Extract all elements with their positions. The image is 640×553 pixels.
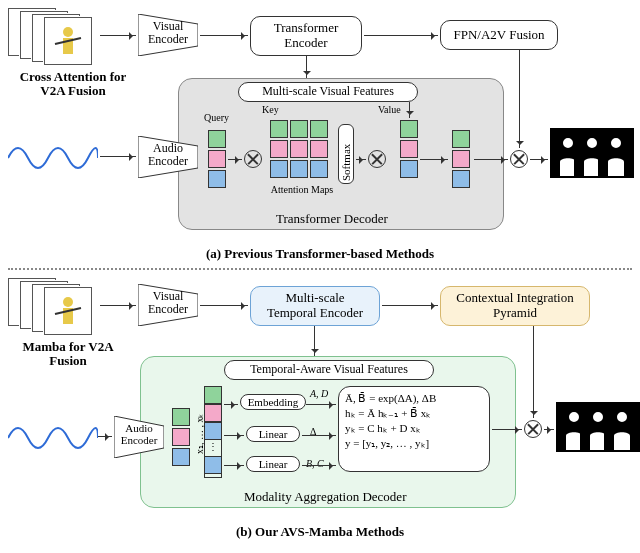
otimes-icon: [510, 150, 528, 168]
arrow-icon: [364, 35, 438, 36]
audio-waveform-a: [8, 138, 98, 178]
audio-encoder-b: AudioEncoder: [114, 416, 164, 458]
mask-output: [604, 402, 640, 452]
fusion-label-b: Mamba for V2AFusion: [8, 340, 128, 369]
bc-label: B, C: [306, 458, 324, 469]
decoder-label-a: Transformer Decoder: [276, 212, 388, 226]
fpn-fusion: FPN/A2V Fusion: [440, 20, 558, 50]
temporal-encoder: Multi-scaleTemporal Encoder: [250, 286, 380, 326]
otimes-icon: [244, 150, 262, 168]
token: [172, 408, 190, 426]
arrow-icon: [224, 465, 244, 466]
token: [290, 160, 308, 178]
arrow-icon: [200, 35, 248, 36]
token: [400, 140, 418, 158]
token: [270, 160, 288, 178]
arrow-icon: [409, 102, 410, 118]
arrow-icon: [98, 436, 112, 437]
token: [452, 170, 470, 188]
arrow-icon: [228, 159, 242, 160]
token: [208, 150, 226, 168]
visual-encoder-b: VisualEncoder: [138, 284, 198, 326]
token: [310, 140, 328, 158]
key-label: Key: [262, 104, 279, 115]
visual-encoder-a: VisualEncoder: [138, 14, 198, 56]
sequence-label: x₁, … , xₖ: [194, 392, 205, 476]
eq-line-1: Ā, B̄ = exp(ΔA), ΔB: [345, 391, 483, 406]
arrow-icon: [306, 56, 307, 78]
svg-point-0: [63, 27, 73, 37]
arrow-icon: [530, 159, 548, 160]
arrow-icon: [302, 465, 336, 466]
token: [172, 448, 190, 466]
arrow-icon: [356, 159, 366, 160]
arrow-icon: [420, 159, 448, 160]
audio-encoder-label-b: AudioEncoder: [114, 422, 164, 446]
arrow-icon: [519, 50, 520, 148]
token: [208, 130, 226, 148]
audio-waveform-b: [8, 418, 98, 458]
arrow-icon: [100, 305, 136, 306]
arrow-icon: [100, 35, 136, 36]
mask-output: [598, 128, 634, 178]
sequence-column: ⋮: [204, 386, 222, 478]
multiscale-features: Multi-scale Visual Features: [238, 82, 418, 102]
audio-encoder-a: AudioEncoder: [138, 136, 198, 178]
panel-a: Cross Attention forV2A Fusion VisualEnco…: [8, 8, 632, 264]
fusion-label-a: Cross Attention forV2A Fusion: [8, 70, 138, 99]
token: [290, 140, 308, 158]
token: [208, 170, 226, 188]
token: [172, 428, 190, 446]
separator: [8, 268, 632, 270]
token: [310, 160, 328, 178]
query-label: Query: [204, 112, 229, 123]
svg-point-8: [63, 297, 73, 307]
visual-encoder-label-a: VisualEncoder: [138, 20, 198, 46]
caption-a: (a) Previous Transformer-based Methods: [8, 246, 632, 262]
transformer-encoder: TransformerEncoder: [250, 16, 362, 56]
arrow-icon: [224, 435, 244, 436]
arrow-icon: [314, 326, 315, 356]
attention-maps-label: Attention Maps: [262, 184, 342, 195]
decoder-label-b: Modality Aggregation Decoder: [244, 490, 406, 504]
token: [270, 140, 288, 158]
contextual-integration-pyramid: Contextual IntegrationPyramid: [440, 286, 590, 326]
arrow-icon: [200, 305, 248, 306]
eq-line-4: y = [y₁, y₂, … , yₖ]: [345, 436, 483, 451]
arrow-icon: [492, 429, 522, 430]
token: [310, 120, 328, 138]
token: [452, 130, 470, 148]
ad-label: A, D: [310, 388, 328, 399]
linear-box-1: Linear: [246, 426, 300, 442]
visual-encoder-label-b: VisualEncoder: [138, 290, 198, 316]
eq-line-3: yₖ = C hₖ + D xₖ: [345, 421, 483, 436]
otimes-icon: [524, 420, 542, 438]
audio-encoder-label-a: AudioEncoder: [138, 142, 198, 168]
otimes-icon: [368, 150, 386, 168]
panel-b: Mamba for V2AFusion VisualEncoder Multi-…: [8, 278, 632, 543]
token: [270, 120, 288, 138]
linear-box-2: Linear: [246, 456, 300, 472]
token: [452, 150, 470, 168]
arrow-icon: [533, 326, 534, 418]
caption-b: (b) Our AVS-Mamba Methods: [8, 524, 632, 540]
arrow-icon: [544, 429, 554, 430]
softmax-box: Softmax: [338, 124, 354, 184]
embedding-box: Embedding: [240, 394, 306, 410]
arrow-icon: [224, 404, 238, 405]
token: [400, 160, 418, 178]
arrow-icon: [382, 305, 438, 306]
arrow-icon: [306, 404, 336, 405]
arrow-icon: [100, 156, 136, 157]
value-label: Value: [378, 104, 401, 115]
token: [290, 120, 308, 138]
token: [400, 120, 418, 138]
arrow-icon: [302, 435, 336, 436]
eq-line-2: hₖ = Ā hₖ₋₁ + B̄ xₖ: [345, 406, 483, 421]
temporal-aware-features: Temporal-Aware Visual Features: [224, 360, 434, 380]
video-frames: [8, 278, 98, 336]
arrow-icon: [474, 159, 508, 160]
ssm-equations: Ā, B̄ = exp(ΔA), ΔB hₖ = Ā hₖ₋₁ + B̄ xₖ …: [338, 386, 490, 472]
video-frames: [8, 8, 98, 66]
